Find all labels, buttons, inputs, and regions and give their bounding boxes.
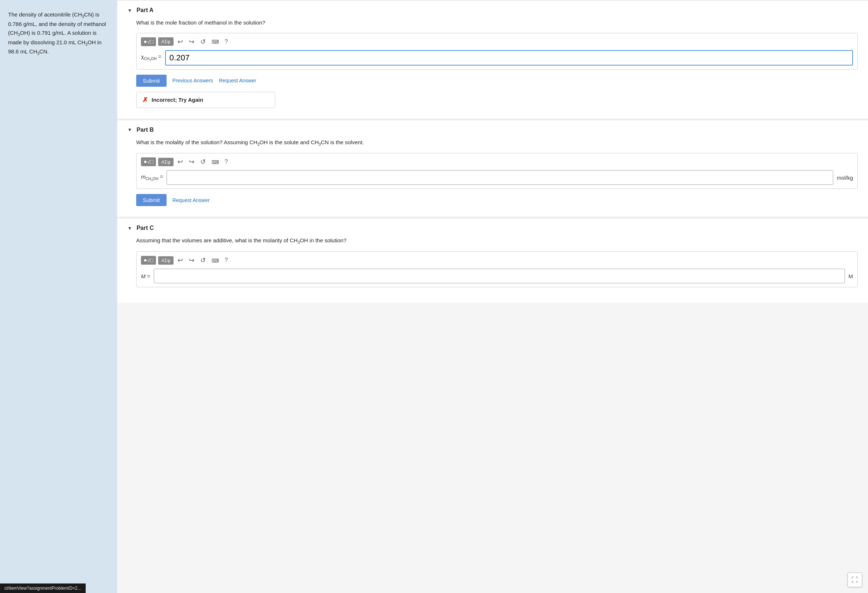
part-a-header[interactable]: ▼ Part A (117, 0, 868, 19)
part-c-chevron-icon: ▼ (127, 226, 132, 231)
part-a-submit-btn[interactable]: Submit (136, 75, 167, 87)
part-a-keyboard-btn[interactable]: ⌨ (210, 37, 221, 46)
part-c-formula-block-btn[interactable]: ■ √□ (141, 256, 156, 265)
part-a-incorrect-box: ✗ Incorrect; Try Again (136, 92, 275, 108)
part-c-refresh-btn[interactable]: ↺ (198, 255, 208, 265)
page-layout: The density of acetonitrile (CH3CN) is 0… (0, 0, 868, 593)
part-b-formula-block-btn[interactable]: ■ √□ (141, 158, 156, 166)
part-b-header[interactable]: ▼ Part B (117, 120, 868, 139)
part-a-formula-block-btn[interactable]: ■ √□ (141, 37, 156, 46)
problem-text: The density of acetonitrile (CH3CN) is 0… (8, 10, 109, 57)
part-b-formula-sqrt-label: √□ (147, 159, 153, 165)
help-icon: ? (225, 38, 228, 45)
keyboard-icon: ⌨ (212, 39, 219, 45)
keyboard-icon-b: ⌨ (212, 159, 219, 165)
part-b-submit-btn[interactable]: Submit (136, 194, 167, 206)
part-c-toolbar: ■ √□ ΑΣφ ↩ ↪ ↺ (141, 255, 853, 265)
part-a-input-box: ■ √□ ΑΣφ ↩ ↪ ↺ (136, 33, 858, 69)
part-a-refresh-btn[interactable]: ↺ (198, 37, 208, 46)
part-c-symbol-label: ΑΣφ (161, 258, 170, 263)
part-b-refresh-btn[interactable]: ↺ (198, 157, 208, 167)
main-content: ▼ Part A What is the mole fraction of me… (117, 0, 868, 593)
url-text: ct/itemView?assignmentProblemID=2... (4, 586, 81, 591)
part-c-keyboard-btn[interactable]: ⌨ (210, 256, 221, 265)
part-a-incorrect-text: Incorrect; Try Again (152, 97, 203, 103)
part-a-symbol-btn[interactable]: ΑΣφ (158, 37, 173, 46)
incorrect-x-icon: ✗ (142, 96, 148, 104)
undo-icon: ↩ (177, 38, 183, 46)
part-b-chevron-icon: ▼ (127, 127, 132, 133)
formula-block-icon-c: ■ (144, 258, 146, 263)
part-b-undo-btn[interactable]: ↩ (176, 157, 185, 167)
part-c-header[interactable]: ▼ Part C (117, 218, 868, 236)
formula-block-icon-b: ■ (144, 159, 146, 164)
part-c-question: Assuming that the volumes are additive, … (136, 236, 858, 246)
part-b-input-box: ■ √□ ΑΣφ ↩ ↪ ↺ (136, 153, 858, 189)
sidebar: The density of acetonitrile (CH3CN) is 0… (0, 0, 117, 593)
part-a-action-row: Submit Previous Answers Request Answer (136, 75, 858, 87)
refresh-icon: ↺ (200, 38, 206, 46)
part-a-help-btn[interactable]: ? (223, 38, 230, 46)
part-b-keyboard-btn[interactable]: ⌨ (210, 158, 221, 167)
part-a-chevron-icon: ▼ (127, 8, 132, 13)
part-c-undo-btn[interactable]: ↩ (176, 255, 185, 265)
part-a-input-field[interactable] (165, 50, 853, 65)
part-c-input-row: M = M (141, 269, 853, 283)
part-b-input-label: mCH3OH = (141, 174, 163, 182)
part-a-symbol-label: ΑΣφ (161, 39, 170, 44)
part-b-help-btn[interactable]: ? (223, 158, 230, 166)
help-icon-b: ? (225, 158, 228, 165)
part-c-input-label: M = (141, 273, 150, 279)
part-a-previous-answers-link[interactable]: Previous Answers (173, 78, 213, 83)
part-a-toolbar: ■ √□ ΑΣφ ↩ ↪ ↺ (141, 37, 853, 46)
expand-icon: ⛶ (852, 576, 858, 584)
part-b-action-row: Submit Request Answer (136, 194, 858, 206)
part-c-label: Part C (137, 225, 154, 232)
part-b-unit-label: mol/kg (837, 175, 853, 181)
part-b-symbol-label: ΑΣφ (161, 159, 170, 165)
part-c-formula-sqrt-label: √□ (147, 257, 153, 263)
part-a-redo-btn[interactable]: ↪ (187, 37, 196, 46)
part-a-input-row: χCH3OH = (141, 50, 853, 65)
part-c-section: ▼ Part C Assuming that the volumes are a… (117, 218, 868, 303)
formula-block-icon: ■ (144, 39, 146, 44)
part-b-request-answer-link[interactable]: Request Answer (173, 197, 210, 203)
part-c-body: Assuming that the volumes are additive, … (117, 236, 868, 303)
part-c-unit-label: M (849, 273, 853, 279)
part-b-body: What is the molality of the solution? As… (117, 139, 868, 217)
part-c-input-field[interactable] (154, 269, 844, 283)
part-a-body: What is the mole fraction of methanol in… (117, 19, 868, 118)
part-a-request-answer-link[interactable]: Request Answer (219, 78, 256, 83)
part-c-input-box: ■ √□ ΑΣφ ↩ ↪ ↺ (136, 251, 858, 287)
keyboard-icon-c: ⌨ (212, 258, 219, 264)
part-a-undo-btn[interactable]: ↩ (176, 37, 185, 46)
part-a-question: What is the mole fraction of methanol in… (136, 19, 858, 27)
part-b-label: Part B (137, 127, 154, 133)
bottom-bar: ct/itemView?assignmentProblemID=2... (0, 584, 86, 593)
help-icon-c: ? (225, 257, 228, 263)
part-c-help-btn[interactable]: ? (223, 256, 230, 264)
undo-icon-c: ↩ (177, 257, 183, 264)
part-a-formula-btn-label: √□ (147, 39, 153, 45)
undo-icon-b: ↩ (177, 158, 183, 165)
part-b-question: What is the molality of the solution? As… (136, 139, 858, 148)
redo-icon-c: ↪ (189, 257, 194, 264)
redo-icon-b: ↪ (189, 158, 194, 165)
refresh-icon-b: ↺ (200, 158, 206, 165)
part-b-redo-btn[interactable]: ↪ (187, 157, 196, 167)
part-a-input-label: χCH3OH = (141, 53, 161, 62)
part-c-symbol-btn[interactable]: ΑΣφ (158, 256, 173, 265)
refresh-icon-c: ↺ (200, 257, 206, 264)
part-c-redo-btn[interactable]: ↪ (187, 255, 196, 265)
part-b-section: ▼ Part B What is the molality of the sol… (117, 120, 868, 217)
part-a-section: ▼ Part A What is the mole fraction of me… (117, 0, 868, 118)
redo-icon: ↪ (189, 38, 194, 46)
part-a-label: Part A (137, 7, 154, 13)
part-b-input-row: mCH3OH = mol/kg (141, 170, 853, 185)
part-b-toolbar: ■ √□ ΑΣφ ↩ ↪ ↺ (141, 157, 853, 167)
part-b-symbol-btn[interactable]: ΑΣφ (158, 158, 173, 166)
part-b-input-field[interactable] (167, 170, 833, 185)
expand-btn[interactable]: ⛶ (847, 572, 862, 587)
